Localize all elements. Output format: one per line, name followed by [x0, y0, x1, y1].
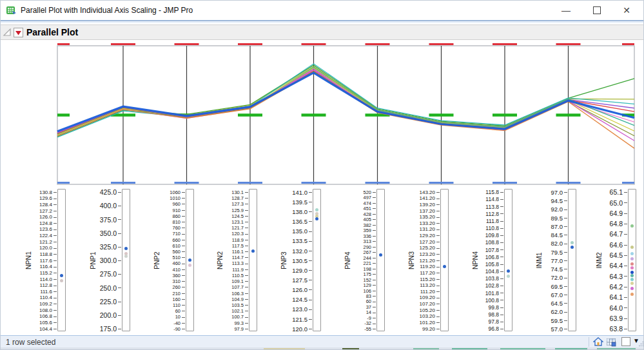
tick-mark: [54, 254, 57, 255]
tick-label: 105.8: [468, 261, 499, 267]
series-line[interactable]: [57, 68, 634, 132]
tick-label: 117.5: [213, 243, 244, 249]
data-table-icon[interactable]: [606, 337, 616, 347]
tick-mark: [118, 302, 121, 302]
tick-label: 74.5: [532, 266, 563, 273]
tick-label: 106.3: [213, 291, 244, 297]
axis-slider-PNP1[interactable]: [122, 189, 130, 331]
axis-slider-NPN4[interactable]: [504, 189, 512, 331]
tick-mark: [182, 275, 185, 276]
tick-label: 96.8: [468, 326, 499, 332]
slider-dot-INM2[interactable]: [630, 271, 634, 274]
tick-mark: [564, 269, 567, 269]
tick-mark: [564, 320, 567, 321]
minimize-button[interactable]: —: [552, 1, 580, 20]
tick-label: 117.6: [21, 258, 52, 264]
tick-mark: [245, 323, 248, 324]
series-line[interactable]: [57, 70, 634, 135]
series-line[interactable]: [57, 71, 634, 133]
axis-slider-PNP4[interactable]: [376, 189, 385, 331]
slider-dot-INM1[interactable]: [571, 246, 574, 249]
slider-dot-PNP1[interactable]: [124, 255, 128, 258]
tick-label: 97.9: [213, 326, 244, 332]
tick-mark: [564, 218, 567, 219]
tick-mark: [624, 224, 627, 224]
tick-label: 115.2: [21, 270, 52, 276]
series-line[interactable]: [57, 68, 634, 135]
series-line[interactable]: [57, 70, 634, 141]
tick-mark: [500, 271, 503, 272]
tick-label: 113.20: [404, 282, 435, 288]
tick-mark: [436, 254, 440, 255]
slider-dot-INM2[interactable]: [630, 224, 634, 228]
tick-mark: [564, 312, 567, 313]
series-line[interactable]: [57, 65, 634, 137]
tick-mark: [500, 329, 503, 329]
tick-mark: [564, 295, 567, 295]
series-line[interactable]: [57, 72, 634, 148]
tick-label: 63.9: [592, 315, 623, 322]
series-line[interactable]: [57, 67, 634, 135]
tick-mark: [245, 317, 248, 318]
slider-dot-INM2[interactable]: [630, 293, 634, 296]
tick-label: 710: [150, 231, 181, 237]
disclosure-triangle-icon[interactable]: [3, 28, 12, 37]
tick-label: 128.7: [213, 195, 244, 201]
tick-label: 136.5: [277, 218, 307, 225]
maximize-button[interactable]: [583, 1, 611, 20]
slider-dot-INM2[interactable]: [630, 278, 634, 281]
series-line[interactable]: [57, 72, 634, 136]
tick-mark: [54, 223, 57, 224]
slider-dot-NPN4[interactable]: [507, 269, 510, 273]
tick-mark: [309, 289, 312, 290]
tick-label: 120.0: [21, 245, 52, 251]
slider-dot-NPN4[interactable]: [507, 275, 510, 278]
tick-label: 69.5: [532, 283, 563, 290]
tick-mark: [309, 270, 312, 271]
axis-slider-NPN3[interactable]: [440, 189, 449, 331]
home-icon[interactable]: [593, 337, 603, 347]
axis-slider-NPN1[interactable]: [57, 189, 66, 331]
red-triangle-menu-button[interactable]: [14, 28, 23, 37]
slider-dot-INM2[interactable]: [630, 257, 634, 260]
tick-label: 110: [150, 302, 181, 308]
tick-mark: [373, 208, 376, 209]
tick-mark: [118, 315, 121, 316]
tick-label: 84.5: [532, 231, 563, 238]
tick-label: 108.8: [468, 239, 499, 246]
slider-dot-PNP3[interactable]: [315, 208, 318, 211]
slider-dot-NPN2[interactable]: [251, 249, 255, 253]
axis-slider-NPN2[interactable]: [249, 189, 257, 331]
tick-label: -40: [150, 320, 181, 326]
series-line[interactable]: [57, 73, 634, 131]
slider-dot-NPN1[interactable]: [60, 279, 63, 282]
tick-mark: [182, 329, 185, 329]
tick-mark: [245, 228, 248, 228]
tick-label: 104.8: [468, 268, 499, 275]
tick-label: 1060: [150, 190, 181, 195]
tick-label: 64.5: [592, 251, 623, 259]
tick-mark: [373, 203, 376, 204]
tick-mark: [118, 260, 121, 261]
tick-label: 120.0: [277, 326, 307, 333]
axis-slider-INM1[interactable]: [568, 189, 576, 331]
tick-mark: [373, 214, 376, 215]
tick-label: 124.5: [277, 296, 307, 303]
status-checkbox[interactable]: [621, 337, 630, 346]
slider-dot-PNP2[interactable]: [188, 264, 191, 267]
tick-label: -90: [150, 326, 181, 332]
tick-mark: [309, 280, 312, 280]
status-text: 1 row selected: [6, 338, 55, 347]
slider-dot-INM1[interactable]: [571, 241, 574, 244]
tick-label: 121.7: [213, 225, 244, 231]
tick-label: 210: [150, 291, 181, 297]
close-button[interactable]: ✕: [612, 1, 641, 20]
tick-label: 109.1: [213, 278, 244, 284]
tick-label: 109.8: [468, 232, 499, 238]
tick-mark: [373, 192, 376, 193]
series-line[interactable]: [57, 66, 634, 134]
tick-mark: [182, 228, 185, 228]
series-line[interactable]: [57, 64, 634, 137]
slider-dot-INM2[interactable]: [630, 262, 634, 266]
resize-grip[interactable]: [639, 341, 644, 347]
